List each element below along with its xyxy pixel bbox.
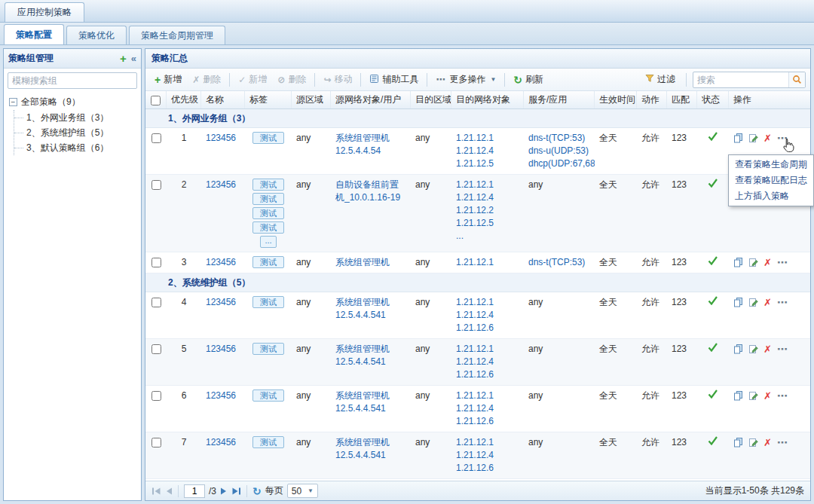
tag-badge[interactable]: 测试 xyxy=(252,179,284,191)
tag-badge[interactable]: 测试 xyxy=(252,436,284,448)
collapse-sidebar-icon[interactable]: « xyxy=(131,53,136,63)
refresh-button[interactable]: ↻ 刷新 xyxy=(509,71,548,88)
src-object-link[interactable]: 系统组管理机 xyxy=(335,436,406,449)
edit-policy-icon[interactable] xyxy=(748,298,758,307)
tree-root-all-policies[interactable]: − 全部策略（9） xyxy=(7,94,138,110)
dst-object-link[interactable]: 1.21.12.5 xyxy=(456,217,519,230)
page-number-input[interactable] xyxy=(184,484,205,498)
edit-policy-icon[interactable] xyxy=(748,438,758,447)
delete-policy-icon[interactable]: ✗ xyxy=(764,391,772,401)
tab-policy-optimization[interactable]: 策略优化 xyxy=(66,26,127,44)
tag-badge[interactable]: 测试 xyxy=(252,296,284,308)
more-policy-actions-icon[interactable]: ⋯ xyxy=(777,297,788,307)
policy-name-link[interactable]: 123456 xyxy=(206,437,236,447)
tab-policy-config[interactable]: 策略配置 xyxy=(4,24,64,44)
per-page-select[interactable]: 50 ▼ xyxy=(287,484,318,498)
copy-policy-icon[interactable] xyxy=(733,133,743,143)
copy-policy-icon[interactable] xyxy=(733,344,743,354)
src-object-link[interactable]: 系统组管理机 xyxy=(335,132,406,145)
service-link[interactable]: dns-t(TCP:53) xyxy=(528,256,590,269)
src-object-link[interactable]: 系统组管理机 xyxy=(335,296,406,309)
more-policy-actions-icon[interactable]: ⋯ xyxy=(777,257,788,267)
select-all-checkbox[interactable] xyxy=(151,96,161,105)
add-group-icon[interactable]: + xyxy=(120,53,127,64)
enable-policy-button[interactable]: ✓ 新增 xyxy=(234,71,271,88)
tag-badge[interactable]: 测试 xyxy=(252,193,284,205)
tag-badge[interactable]: 测试 xyxy=(252,221,284,234)
dst-object-link[interactable]: 1.21.12.1 xyxy=(456,296,519,309)
column-header-9[interactable]: 生效时间 xyxy=(595,91,637,108)
column-header-7[interactable]: 目的网络对象 xyxy=(451,91,524,108)
copy-policy-icon[interactable] xyxy=(733,298,743,307)
column-header-2[interactable]: 名称 xyxy=(201,91,245,108)
row-checkbox[interactable] xyxy=(151,438,161,447)
tag-badge[interactable]: 测试 xyxy=(252,389,284,402)
column-header-1[interactable]: 优先级 xyxy=(167,91,201,108)
delete-policy-icon[interactable]: ✗ xyxy=(764,298,772,307)
tag-badge[interactable]: 测试 xyxy=(252,256,284,268)
policy-name-link[interactable]: 123456 xyxy=(206,297,236,307)
copy-policy-icon[interactable] xyxy=(733,391,743,401)
tree-item-1[interactable]: 1、外网业务组（3） xyxy=(14,110,138,125)
src-object-link[interactable]: 12.5.4.4.541 xyxy=(335,402,406,415)
more-actions-button[interactable]: ⋯ 更多操作 ▼ xyxy=(431,71,500,88)
dst-object-link[interactable]: 1.21.12.1 xyxy=(456,256,519,269)
helper-tools-button[interactable]: 辅助工具 xyxy=(365,71,423,88)
group-header-row[interactable]: 2、系统维护组（5） xyxy=(145,273,810,292)
copy-policy-icon[interactable] xyxy=(733,258,743,267)
row-checkbox[interactable] xyxy=(151,180,161,190)
column-header-4[interactable]: 源区域 xyxy=(292,91,331,108)
tag-badge[interactable]: 测试 xyxy=(252,343,284,355)
dst-object-link[interactable]: 1.21.12.4 xyxy=(456,402,519,415)
context-menu-item-2[interactable]: 查看策略匹配日志 xyxy=(729,173,813,188)
row-checkbox[interactable] xyxy=(151,298,161,307)
src-object-link[interactable]: 12.5.4.4.541 xyxy=(335,356,406,368)
tag-badge[interactable]: 测试 xyxy=(252,132,284,144)
prev-page-button[interactable] xyxy=(165,487,173,495)
filter-button[interactable]: 过滤 xyxy=(641,71,680,88)
policy-name-link[interactable]: 123456 xyxy=(206,390,236,401)
dst-object-link[interactable]: 1.21.12.6 xyxy=(456,322,519,334)
dst-object-link[interactable]: 1.21.12.6 xyxy=(456,415,519,428)
src-object-link[interactable]: 机_10.0.1.16-19 xyxy=(335,191,406,204)
src-object-link[interactable]: 系统组管理机 xyxy=(335,256,406,269)
next-page-button[interactable] xyxy=(220,487,228,495)
group-header-row[interactable]: 1、外网业务组（3） xyxy=(145,109,810,128)
service-link[interactable]: dns-u(UDP:53) xyxy=(528,145,590,157)
column-header-13[interactable]: 操作 xyxy=(729,91,810,108)
src-object-link[interactable]: 12.5.4.4.541 xyxy=(335,449,406,462)
row-checkbox[interactable] xyxy=(151,258,161,267)
column-header-10[interactable]: 动作 xyxy=(637,91,667,108)
dst-object-link[interactable]: 1.21.12.1 xyxy=(456,389,519,402)
edit-policy-icon[interactable] xyxy=(748,391,758,401)
context-menu-item-1[interactable]: 查看策略生命周期 xyxy=(729,157,813,173)
policy-search-input[interactable] xyxy=(693,75,788,85)
delete-policy-icon[interactable]: ✗ xyxy=(764,133,772,143)
src-object-link[interactable]: 12.5.4.4.54 xyxy=(335,145,406,157)
row-checkbox[interactable] xyxy=(151,391,161,401)
column-header-6[interactable]: 目的区域 xyxy=(411,91,451,108)
dst-object-link[interactable]: 1.21.12.4 xyxy=(456,191,519,204)
refresh-page-icon[interactable]: ↻ xyxy=(252,486,262,496)
first-page-button[interactable] xyxy=(151,487,161,495)
dst-object-link[interactable]: 1.21.12.2 xyxy=(456,204,519,217)
column-header-3[interactable]: 标签 xyxy=(245,91,292,108)
more-policy-actions-icon[interactable]: ⋯ xyxy=(777,344,788,354)
search-icon[interactable] xyxy=(788,72,805,87)
column-header-5[interactable]: 源网络对象/用户 xyxy=(331,91,411,108)
dst-object-link[interactable]: 1.21.12.4 xyxy=(456,356,519,368)
src-object-link[interactable]: 系统组管理机 xyxy=(335,343,406,356)
src-object-link[interactable]: 自助设备组前置 xyxy=(335,179,406,191)
service-link[interactable]: dns-t(TCP:53) xyxy=(528,132,590,145)
tree-item-2[interactable]: 2、系统维护组（5） xyxy=(14,125,138,140)
more-policy-actions-icon[interactable]: ⋯ xyxy=(777,390,788,401)
add-policy-button[interactable]: + 新增 xyxy=(150,71,186,88)
dst-object-link[interactable]: 1.21.12.5 xyxy=(456,157,519,170)
policy-name-link[interactable]: 123456 xyxy=(206,257,236,267)
dst-object-link[interactable]: 1.21.12.4 xyxy=(456,309,519,322)
row-checkbox[interactable] xyxy=(151,133,161,143)
policy-name-link[interactable]: 123456 xyxy=(206,344,236,354)
edit-policy-icon[interactable] xyxy=(748,133,758,143)
src-object-link[interactable]: 12.5.4.4.541 xyxy=(335,309,406,322)
tree-item-3[interactable]: 3、默认策略组（6） xyxy=(14,140,138,155)
